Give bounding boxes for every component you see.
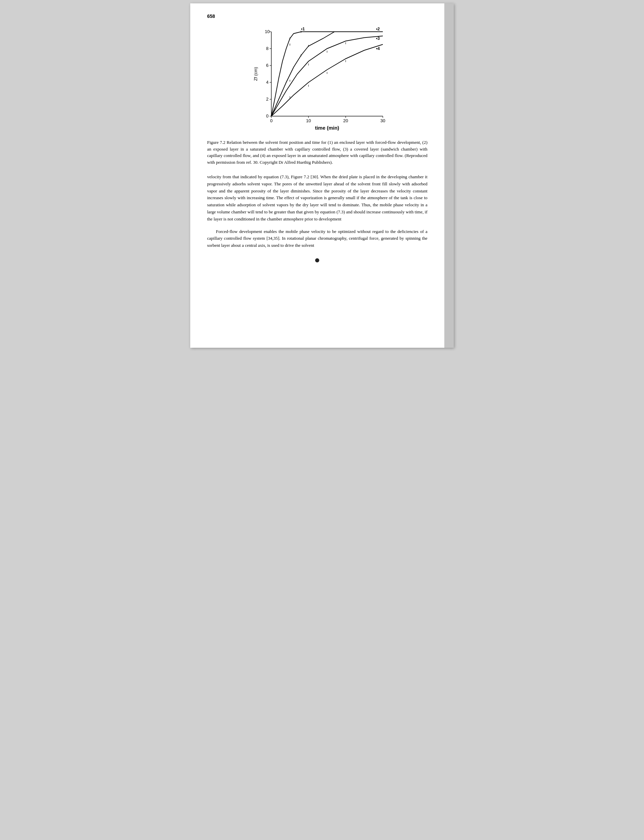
body-text-paragraph2: Forced-flow development enables the mobi… <box>207 228 437 249</box>
svg-text:0: 0 <box>266 113 268 118</box>
svg-text:10: 10 <box>265 29 269 34</box>
figure-caption: Figure 7.2 Relation between the solvent … <box>207 139 437 165</box>
svg-text:30: 30 <box>380 118 385 123</box>
svg-text:•3: •3 <box>376 36 380 41</box>
chart-container: 0 2 4 6 8 10 0 <box>207 25 437 133</box>
body-text-paragraph1: velocity from that indicated by equation… <box>207 174 437 223</box>
svg-text:Zf (cm): Zf (cm) <box>253 67 258 81</box>
paragraph-2: Forced-flow development enables the mobi… <box>207 228 427 249</box>
svg-text:4: 4 <box>266 80 268 85</box>
paragraph-1: velocity from that indicated by equation… <box>207 174 427 223</box>
svg-text:•4: •4 <box>376 46 380 51</box>
chart-wrapper: 0 2 4 6 8 10 0 <box>251 25 393 133</box>
svg-text:•1: •1 <box>301 27 305 31</box>
right-border-decoration <box>444 3 454 348</box>
svg-text:2: 2 <box>266 97 268 102</box>
svg-text:0: 0 <box>270 118 272 123</box>
svg-text:20: 20 <box>343 118 348 123</box>
figure-7-2-chart: 0 2 4 6 8 10 0 <box>251 25 393 133</box>
svg-text:8: 8 <box>266 46 268 51</box>
svg-text:6: 6 <box>266 63 268 68</box>
bullet-dot: ● <box>315 255 320 265</box>
page: 658 0 2 4 6 <box>190 3 454 348</box>
bottom-bullet: ● <box>207 255 437 265</box>
svg-text:10: 10 <box>306 118 311 123</box>
svg-text:time (min): time (min) <box>315 125 339 131</box>
page-number: 658 <box>207 13 437 19</box>
svg-text:•2: •2 <box>376 27 380 31</box>
